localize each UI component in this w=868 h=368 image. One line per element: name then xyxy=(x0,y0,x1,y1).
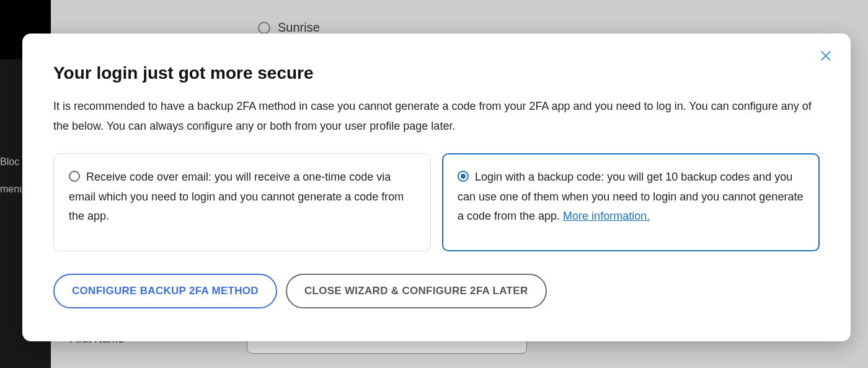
close-wizard-button[interactable]: CLOSE WIZARD & CONFIGURE 2FA LATER xyxy=(286,274,547,308)
buttons-row: CONFIGURE BACKUP 2FA METHOD CLOSE WIZARD… xyxy=(53,274,820,308)
backup-2fa-modal: Your login just got more secure It is re… xyxy=(22,34,851,341)
more-information-link[interactable]: More information. xyxy=(563,210,650,222)
close-button[interactable] xyxy=(817,47,835,65)
radio-icon xyxy=(69,171,80,182)
options-row: Receive code over email: you will receiv… xyxy=(53,153,820,251)
radio-icon xyxy=(458,171,469,182)
option-email[interactable]: Receive code over email: you will receiv… xyxy=(53,153,431,251)
configure-backup-2fa-button[interactable]: CONFIGURE BACKUP 2FA METHOD xyxy=(53,274,277,308)
option-backup-code[interactable]: Login with a backup code: you will get 1… xyxy=(442,153,820,251)
modal-title: Your login just got more secure xyxy=(53,63,820,83)
option-email-text: Receive code over email: you will receiv… xyxy=(69,171,404,222)
modal-description: It is recommended to have a backup 2FA m… xyxy=(53,97,816,136)
close-icon xyxy=(820,50,831,61)
